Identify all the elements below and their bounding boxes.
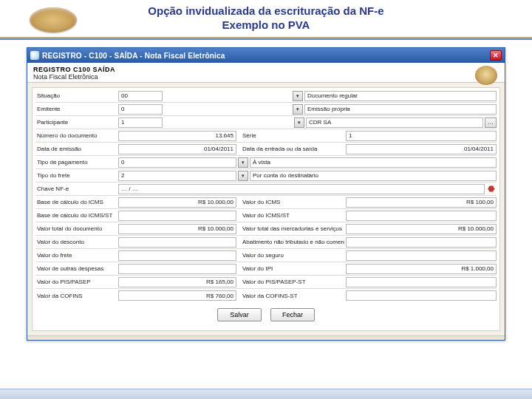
participante-lookup-button[interactable]: …: [485, 117, 497, 128]
valor-icms-field[interactable]: R$ 100,00: [346, 197, 497, 208]
outras-despesas-field[interactable]: [118, 264, 236, 274]
valor-icms-st-label: Valor do ICMS/ST: [238, 212, 344, 219]
window-title: REGISTRO - C100 - SAÍDA - Nota Fiscal El…: [42, 52, 490, 60]
cofins-label: Valor da COFINS: [35, 293, 117, 299]
chevron-down-icon: ▾: [296, 106, 299, 112]
chevron-down-icon: ▾: [242, 173, 245, 179]
tipo-frete-desc[interactable]: Por conta do destinatário: [250, 171, 497, 181]
valor-seguro-field[interactable]: [346, 250, 497, 261]
chevron-down-icon: ▾: [242, 160, 245, 166]
data-emissao-label: Data de emissão: [35, 146, 117, 152]
window-footer: [27, 335, 505, 340]
register-subtitle: Nota Fiscal Eletrônica: [33, 73, 499, 81]
situacao-label: Situação: [35, 92, 117, 99]
valor-ipi-field[interactable]: R$ 1.000,00: [346, 264, 497, 274]
tipo-pagamento-label: Tipo de pagamento: [35, 159, 117, 166]
cofins-st-label: Valor da COFINS-ST: [238, 293, 344, 299]
tipo-pagamento-dropdown[interactable]: ▾: [238, 157, 248, 168]
chevron-down-icon: ▾: [298, 120, 301, 126]
abatimento-label: Abatimento não tributado e não comercial: [238, 239, 344, 245]
app-icon: [30, 51, 39, 60]
bc-icms-field[interactable]: R$ 10.000,00: [118, 197, 236, 208]
tipo-frete-code[interactable]: 2: [118, 171, 236, 181]
valor-mercadorias-label: Valor total das mercadorias e serviços: [238, 225, 344, 232]
sped-emblem-icon: [475, 66, 497, 85]
numero-doc-label: Número do documento: [35, 132, 117, 139]
tipo-pagamento-desc[interactable]: À vista: [250, 157, 497, 168]
bc-icms-st-label: Base de cálculo do ICMS/ST: [35, 212, 117, 219]
bc-icms-label: Base de cálculo do ICMS: [35, 199, 117, 205]
valor-frete-field[interactable]: [118, 250, 236, 261]
button-row: Salvar Fechar: [35, 302, 497, 324]
salvar-button[interactable]: Salvar: [217, 308, 262, 321]
data-emissao-field[interactable]: 01/04/2011: [118, 144, 236, 154]
participante-label: Participante: [35, 119, 117, 126]
window-title-bar[interactable]: REGISTRO - C100 - SAÍDA - Nota Fiscal El…: [27, 48, 505, 63]
valor-icms-label: Valor do ICMS: [238, 199, 344, 205]
tipo-frete-dropdown[interactable]: ▾: [238, 171, 248, 181]
fechar-button[interactable]: Fechar: [270, 308, 315, 321]
register-code: REGISTRO C100 SAÍDA: [33, 66, 499, 73]
close-button[interactable]: ✕: [490, 50, 502, 61]
ellipsis-icon: …: [488, 119, 494, 126]
serie-field[interactable]: 1: [346, 131, 497, 141]
chave-nfe-field[interactable]: … / …: [118, 184, 485, 194]
valor-ipi-label: Valor do IPI: [238, 265, 344, 272]
sped-logo: [30, 7, 77, 33]
valor-seguro-label: Valor do seguro: [238, 252, 344, 259]
pis-field[interactable]: R$ 165,00: [118, 277, 236, 287]
emitente-label: Emitente: [35, 106, 117, 112]
close-icon: ✕: [493, 52, 499, 59]
slide-footer-bar: [0, 389, 532, 399]
cofins-field[interactable]: R$ 760,00: [118, 290, 236, 301]
emitente-dropdown[interactable]: ▾: [293, 104, 303, 115]
valor-doc-label: Valor total do documento: [35, 225, 117, 232]
emitente-code[interactable]: 0: [118, 104, 163, 115]
pis-label: Valor do PIS/PASEP: [35, 279, 117, 285]
tipo-pagamento-code[interactable]: 0: [118, 157, 236, 168]
cofins-st-field[interactable]: [346, 290, 497, 301]
valor-icms-st-field[interactable]: [346, 211, 497, 221]
emitente-desc[interactable]: Emissão própria: [304, 104, 497, 115]
data-entrada-saida-label: Data da entrada ou da saída: [238, 146, 344, 152]
slide-title: Opção invidualizada da escrituração da N…: [0, 0, 532, 33]
pis-st-field[interactable]: [346, 277, 497, 287]
situacao-code[interactable]: 00: [118, 91, 163, 101]
pis-st-label: Valor do PIS/PASEP-ST: [238, 279, 344, 285]
outras-despesas-label: Valor de outras despesas: [35, 265, 117, 272]
slide-title-line2: Exemplo no PVA: [0, 18, 532, 33]
validation-warn-icon: ⬣: [486, 184, 497, 194]
valor-doc-field[interactable]: R$ 10.000,00: [118, 224, 236, 234]
situacao-dropdown[interactable]: ▾: [293, 91, 303, 101]
numero-doc-field[interactable]: 13.645: [118, 131, 236, 141]
register-header: REGISTRO C100 SAÍDA Nota Fiscal Eletrôni…: [27, 63, 505, 83]
pva-window: REGISTRO - C100 - SAÍDA - Nota Fiscal El…: [27, 47, 505, 341]
tipo-frete-label: Tipo do frete: [35, 172, 117, 179]
valor-desconto-label: Valor do desconto: [35, 239, 117, 245]
abatimento-field[interactable]: [346, 237, 497, 248]
participante-code[interactable]: 1: [118, 117, 163, 128]
valor-frete-label: Valor do frete: [35, 252, 117, 259]
participante-dropdown[interactable]: ▾: [294, 117, 304, 128]
form-panel: Situação 00 ▾ Documento regular Emitente…: [32, 87, 500, 331]
slide-title-line1: Opção invidualizada da escrituração da N…: [0, 4, 532, 18]
valor-desconto-field[interactable]: [118, 237, 236, 248]
participante-desc[interactable]: CDR SA: [306, 117, 483, 128]
chave-nfe-label: Chave NF-e: [35, 185, 117, 192]
valor-mercadorias-field[interactable]: R$ 10.000,00: [346, 224, 497, 234]
situacao-desc[interactable]: Documento regular: [304, 91, 497, 101]
data-entrada-saida-field[interactable]: 01/04/2011: [346, 144, 497, 154]
chevron-down-icon: ▾: [296, 93, 299, 99]
bc-icms-st-field[interactable]: [118, 211, 236, 221]
serie-label: Série: [238, 132, 344, 139]
